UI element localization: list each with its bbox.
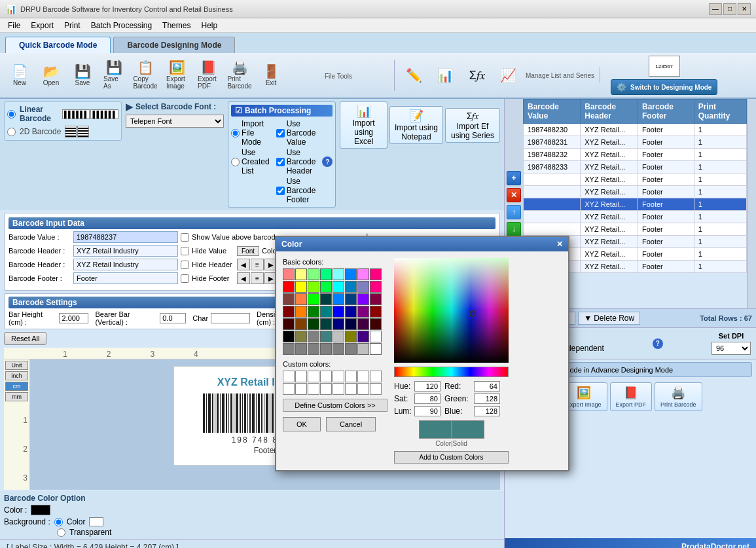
align-center-btn[interactable]: ≡ xyxy=(251,259,264,270)
tab-quick-barcode[interactable]: Quick Barcode Mode xyxy=(5,37,111,53)
import-file-radio[interactable] xyxy=(231,129,240,137)
color-cell-40[interactable] xyxy=(283,331,295,342)
font-dropdown[interactable]: Telepen Font xyxy=(126,115,224,128)
import-series-btn[interactable]: Σ𝑓𝑥 Import Ef using Series xyxy=(445,108,500,143)
export-pdf-btn[interactable]: 📕 Export PDF xyxy=(194,60,223,91)
color-cell-17[interactable] xyxy=(295,293,307,305)
menu-batch[interactable]: Batch Processing xyxy=(86,20,157,31)
show-value-cb[interactable] xyxy=(181,233,189,242)
print-barcode-btn[interactable]: 🖨️ Print Barcode xyxy=(225,60,254,91)
use-value-cb[interactable] xyxy=(276,129,285,137)
color-cell-50[interactable] xyxy=(308,343,319,355)
open-btn[interactable]: 📂 Open xyxy=(37,64,65,88)
color-cell-5[interactable] xyxy=(345,268,357,280)
mm-btn[interactable]: mm xyxy=(5,392,28,401)
menu-file[interactable]: File xyxy=(3,20,26,31)
hue-bar[interactable] xyxy=(394,367,509,377)
transparent-radio[interactable] xyxy=(57,528,65,537)
use-header-option[interactable]: Use Barcode Header xyxy=(276,148,316,175)
color-cell-6[interactable] xyxy=(357,268,369,280)
color-cell-4[interactable] xyxy=(333,268,344,280)
use-header-cb[interactable] xyxy=(276,158,285,166)
basic-colors-grid[interactable] xyxy=(283,268,387,355)
color-cell-12[interactable] xyxy=(333,281,344,293)
color-cell-29[interactable] xyxy=(345,306,357,318)
color-spectrum-canvas[interactable] xyxy=(394,258,509,363)
cancel-btn[interactable]: Cancel xyxy=(326,417,376,431)
linear-radio[interactable] xyxy=(7,110,16,119)
maximize-btn[interactable]: □ xyxy=(723,3,736,15)
tab-designing-mode[interactable]: Barcode Designing Mode xyxy=(113,37,235,53)
inch-btn[interactable]: inch xyxy=(5,371,28,380)
cm-btn[interactable]: cm xyxy=(5,382,28,391)
color-cell-48[interactable] xyxy=(283,343,295,355)
align-left-btn-f[interactable]: ◀ xyxy=(237,272,250,284)
color-cell-19[interactable] xyxy=(320,293,332,305)
menu-themes[interactable]: Themes xyxy=(157,20,196,31)
color-cell-22[interactable] xyxy=(357,293,369,305)
table-row[interactable]: XYZ Retail...Footer1 xyxy=(524,174,747,186)
color-cell-45[interactable] xyxy=(345,331,357,342)
color-cell-14[interactable] xyxy=(357,281,369,293)
define-custom-btn[interactable]: Define Custom Colors >> xyxy=(283,399,387,412)
color-cell-43[interactable] xyxy=(320,331,332,342)
green-input[interactable] xyxy=(474,393,500,404)
table-row[interactable]: 1987488232XYZ Retail...Footer1 xyxy=(524,149,747,161)
color-cell-31[interactable] xyxy=(370,306,382,318)
color-cell-3[interactable] xyxy=(320,268,332,280)
twoD-radio[interactable] xyxy=(7,128,16,136)
bearer-v-input[interactable] xyxy=(160,313,186,323)
hue-input[interactable] xyxy=(414,381,441,392)
delete-row-btn-main[interactable]: ▼ Delete Row xyxy=(578,312,640,325)
color-cell-1[interactable] xyxy=(295,268,307,280)
color-bg-radio[interactable] xyxy=(54,518,63,526)
barcode-footer-input[interactable] xyxy=(73,272,178,284)
color-cell-2[interactable] xyxy=(308,268,319,280)
use-created-radio[interactable] xyxy=(231,158,240,166)
sigma-btn[interactable]: Σ𝑓𝑥 xyxy=(463,68,492,82)
color-cell-18[interactable] xyxy=(308,293,319,305)
color-spectrum-container[interactable] xyxy=(394,258,509,363)
color-cell-26[interactable] xyxy=(308,306,319,318)
new-btn[interactable]: 📄 New xyxy=(5,64,34,88)
table-row[interactable]: 1987488231XYZ Retail...Footer1 xyxy=(524,136,747,149)
color-cell-33[interactable] xyxy=(295,318,307,330)
color-cell-44[interactable] xyxy=(333,331,344,342)
dialog-close-btn[interactable]: ✕ xyxy=(556,240,563,249)
hide-footer-cb[interactable] xyxy=(181,274,189,283)
dpi-select[interactable]: 96 xyxy=(711,342,751,355)
use-footer-option[interactable]: Use Barcode Footer xyxy=(276,177,316,204)
hide-header-cb[interactable] xyxy=(181,261,189,269)
color-cell-36[interactable] xyxy=(333,318,344,330)
color-cell-51[interactable] xyxy=(320,343,332,355)
hide-value-cb[interactable] xyxy=(181,247,189,255)
save-btn[interactable]: 💾 Save xyxy=(68,64,97,88)
color-cell-23[interactable] xyxy=(370,293,382,305)
color-cell-49[interactable] xyxy=(295,343,307,355)
close-btn[interactable]: ✕ xyxy=(738,3,751,15)
export-pdf-action-btn[interactable]: 📕 Export PDF xyxy=(610,382,653,411)
list-btn[interactable]: 📊 xyxy=(431,67,460,83)
font-btn-1[interactable]: Font xyxy=(237,246,259,256)
import-notepad-btn[interactable]: 📝 Import using Notepad xyxy=(389,106,443,144)
color-cell-39[interactable] xyxy=(370,318,382,330)
table-row[interactable]: 1987488230XYZ Retail...Footer1 xyxy=(524,124,747,136)
formula-btn[interactable]: ✏️ xyxy=(400,67,429,83)
print-action-btn[interactable]: 🖨️ Print Barcode xyxy=(655,382,702,411)
color-cell-55[interactable] xyxy=(370,343,382,355)
color-cell-47[interactable] xyxy=(370,331,382,342)
use-footer-cb[interactable] xyxy=(276,187,285,195)
ok-btn[interactable]: OK xyxy=(283,417,321,431)
color-cell-16[interactable] xyxy=(283,293,295,305)
bar-height-input[interactable] xyxy=(59,313,88,323)
color-cell-20[interactable] xyxy=(333,293,344,305)
color-cell-37[interactable] xyxy=(345,318,357,330)
add-custom-btn[interactable]: Add to Custom Colors xyxy=(394,451,509,464)
export-image-btn[interactable]: 🖼️ Export Image xyxy=(162,60,191,91)
color-cell-13[interactable] xyxy=(345,281,357,293)
red-input[interactable] xyxy=(474,381,500,392)
color-cell-30[interactable] xyxy=(357,306,369,318)
unit-btn[interactable]: Unit xyxy=(5,361,28,370)
menu-help[interactable]: Help xyxy=(196,20,223,31)
table-row[interactable]: 1987488233XYZ Retail...Footer1 xyxy=(524,161,747,174)
